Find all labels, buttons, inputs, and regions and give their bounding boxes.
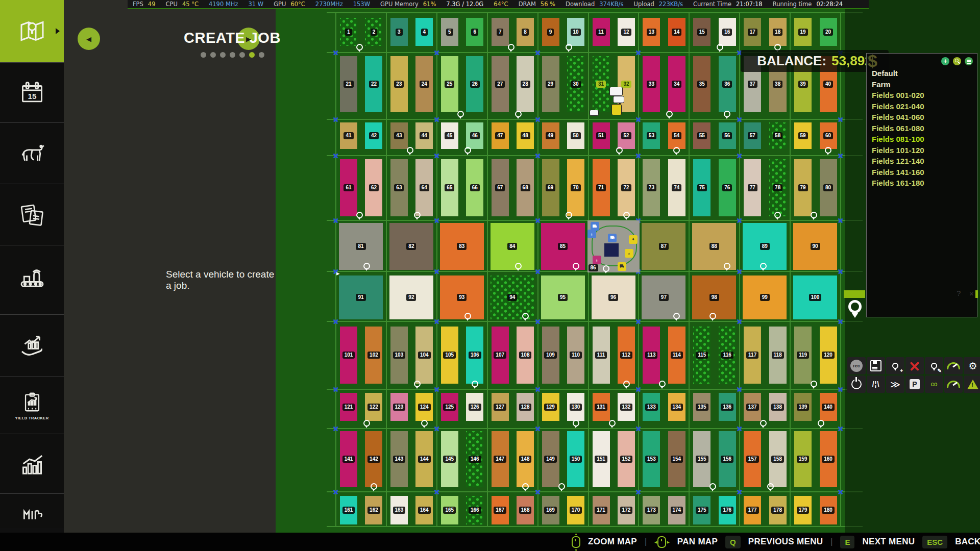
map-field-22[interactable]: 22: [365, 56, 382, 112]
record-button[interactable]: rec: [847, 357, 866, 374]
map-field-53[interactable]: 53: [643, 122, 660, 149]
close-icon[interactable]: ×: [969, 289, 974, 298]
map-field-140[interactable]: 140: [820, 393, 837, 421]
map-field-21[interactable]: 21: [340, 56, 357, 112]
map-field-171[interactable]: 171: [593, 496, 610, 524]
group-list-item[interactable]: Fields 121-140: [872, 156, 974, 167]
sidebar-item-contracts[interactable]: [0, 184, 64, 245]
map-field-42[interactable]: 42: [365, 122, 382, 149]
map-field-3[interactable]: 3: [390, 18, 408, 46]
map-field-92[interactable]: 92: [389, 276, 433, 319]
map-field-105[interactable]: 105: [441, 327, 458, 384]
map-field-146[interactable]: 146: [466, 431, 483, 487]
vehicle-icon-blue[interactable]: ♁: [587, 230, 596, 238]
map-field-137[interactable]: 137: [744, 393, 761, 421]
map-field-18[interactable]: 18: [769, 18, 787, 46]
map-field-1[interactable]: 1: [340, 18, 357, 46]
map-field-46[interactable]: 46: [466, 122, 483, 149]
map-field-96[interactable]: 96: [592, 276, 635, 319]
map-field-16[interactable]: 16: [719, 18, 736, 46]
map-field-12[interactable]: 12: [618, 18, 635, 46]
map-field-83[interactable]: 83: [440, 223, 484, 270]
map-field-29[interactable]: 29: [542, 56, 559, 112]
map-field-144[interactable]: 144: [415, 431, 433, 487]
map-field-84[interactable]: 84: [491, 223, 534, 270]
sidebar-item-animals[interactable]: [0, 122, 64, 184]
map-field-56[interactable]: 56: [719, 122, 736, 149]
map-field-128[interactable]: 128: [517, 393, 534, 421]
map-field-6[interactable]: 6: [466, 18, 483, 46]
map-field-26[interactable]: 26: [466, 56, 483, 112]
vehicle-marker-icon[interactable]: [590, 110, 599, 116]
map-field-45[interactable]: 45: [441, 122, 458, 149]
map-field-9[interactable]: 9: [542, 18, 559, 46]
group-list-item[interactable]: Fields 021-040: [872, 101, 974, 112]
map-field-61[interactable]: 61: [340, 159, 357, 216]
edit-waypoint-button[interactable]: ✎: [925, 357, 943, 374]
map-field-118[interactable]: 118: [769, 327, 787, 384]
map-field-31[interactable]: 31: [593, 56, 610, 112]
map-field-169[interactable]: 169: [542, 496, 559, 524]
map-field-124[interactable]: 124: [415, 393, 433, 421]
group-list-item[interactable]: Fields 041-060: [872, 112, 974, 123]
map-field-162[interactable]: 162: [365, 496, 382, 524]
map-field-85[interactable]: 85: [541, 223, 585, 270]
map-field-20[interactable]: 20: [820, 18, 837, 46]
map-field-167[interactable]: 167: [492, 496, 509, 524]
map-field-59[interactable]: 59: [794, 122, 812, 149]
map-field-47[interactable]: 47: [492, 122, 509, 149]
map-field-175[interactable]: 175: [693, 496, 710, 524]
map-field-86[interactable]: ⛟♁⛟✦♁⛟♁86: [587, 220, 640, 272]
map-field-117[interactable]: 117: [744, 327, 761, 384]
map-field-129[interactable]: 129: [542, 393, 559, 421]
map-field-104[interactable]: 104: [415, 327, 433, 384]
vehicle-icon-blue[interactable]: ⛟: [608, 234, 617, 242]
map-field-55[interactable]: 55: [693, 122, 710, 149]
map-field-67[interactable]: 67: [492, 159, 509, 216]
map-field-180[interactable]: 180: [820, 496, 837, 524]
map-field-159[interactable]: 159: [794, 431, 812, 487]
map-field-170[interactable]: 170: [567, 496, 584, 524]
map-field-69[interactable]: 69: [542, 159, 559, 216]
map-field-11[interactable]: 11: [593, 18, 610, 46]
map-field-78[interactable]: 78: [769, 159, 787, 216]
map-field-94[interactable]: 94: [491, 276, 534, 319]
vehicle-marker-icon[interactable]: [609, 87, 623, 96]
map-field-81[interactable]: 81: [339, 223, 383, 270]
group-list-item[interactable]: Farm: [872, 79, 974, 90]
lane-guidance-button[interactable]: /¦\: [867, 375, 885, 393]
loop-course-button[interactable]: ∞: [925, 375, 943, 393]
map-field-163[interactable]: 163: [390, 496, 408, 524]
map-field-127[interactable]: 127: [492, 393, 509, 421]
map-field-126[interactable]: 126: [466, 393, 483, 421]
group-list-item[interactable]: Fields 001-020: [872, 90, 974, 101]
map-field-153[interactable]: 153: [643, 431, 660, 487]
vehicle-icon-yellow[interactable]: ✦: [629, 235, 638, 244]
map-field-48[interactable]: 48: [517, 122, 534, 149]
map-field-50[interactable]: 50: [567, 122, 584, 149]
group-list-item[interactable]: Fields 061-080: [872, 123, 974, 134]
map-field-164[interactable]: 164: [415, 496, 433, 524]
map-field-179[interactable]: 179: [794, 496, 812, 524]
map-field-150[interactable]: 150: [567, 431, 584, 487]
map-field-173[interactable]: 173: [643, 496, 660, 524]
map-field-51[interactable]: 51: [593, 122, 610, 149]
vehicle-marker-icon[interactable]: [613, 96, 624, 103]
map-field-103[interactable]: 103: [390, 327, 408, 384]
map-field-177[interactable]: 177: [744, 496, 761, 524]
map-field-155[interactable]: 155: [693, 431, 710, 487]
map-field-176[interactable]: 176: [719, 496, 736, 524]
map-field-158[interactable]: 158: [769, 431, 787, 487]
waypoint-pin-icon[interactable]: [848, 300, 862, 321]
map-field-30[interactable]: 30: [567, 56, 584, 112]
group-list-item[interactable]: Fields 101-120: [872, 145, 974, 156]
group-list-item[interactable]: Default: [872, 68, 974, 79]
help-icon[interactable]: ?: [957, 289, 961, 297]
map-field-91[interactable]: 91: [339, 276, 383, 319]
map-field-130[interactable]: 130: [567, 393, 584, 421]
map-field-136[interactable]: 136: [719, 393, 736, 421]
map-field-82[interactable]: 82: [389, 223, 433, 270]
map-field-95[interactable]: 95: [541, 276, 585, 319]
map-field-149[interactable]: 149: [542, 431, 559, 487]
skip-waypoint-button[interactable]: ≫: [886, 375, 904, 393]
